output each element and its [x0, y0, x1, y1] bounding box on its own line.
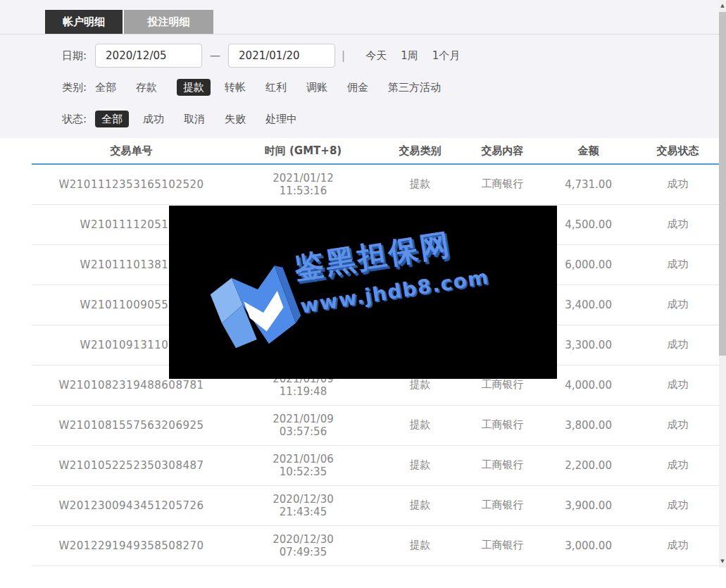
column-header-0: 交易单号 [32, 138, 231, 164]
cell-status: 成功 [637, 164, 719, 204]
cell-time-line: 21:43:45 [231, 506, 375, 518]
category-label: 类别: [62, 81, 87, 94]
cell-type: 提款 [375, 485, 465, 525]
cell-amount: 2,200.00 [540, 445, 637, 485]
status-label: 状态: [62, 113, 87, 126]
tab-underline [0, 34, 719, 35]
date-from-input[interactable]: 2020/12/05 [95, 44, 202, 68]
cell-time-line: 03:57:56 [231, 425, 375, 438]
cell-type: 提款 [375, 164, 465, 204]
cell-amount: 3,900.00 [540, 485, 637, 525]
table-row: W20123009434512057262020/12/3021:43:45提款… [32, 485, 719, 525]
cell-status: 成功 [637, 325, 719, 365]
scrollbar-thumb[interactable] [719, 12, 726, 356]
cell-time-line: 11:53:16 [231, 184, 375, 197]
cell-content: 工商银行 [465, 525, 540, 565]
tab-bet-details[interactable]: 投注明细 [124, 10, 213, 34]
category-option-0[interactable]: 全部 [95, 81, 116, 94]
cell-content: 工商银行 [465, 405, 540, 445]
cell-time-line: 07:49:35 [231, 546, 375, 558]
date-to-input[interactable]: 2021/01/20 [228, 44, 335, 68]
divider-bar: | [342, 49, 345, 62]
quick-link-2[interactable]: 1个月 [432, 49, 461, 62]
cell-date-line: 2021/01/12 [231, 172, 375, 184]
cell-transaction-id: W2101052252350308487 [32, 445, 231, 485]
cell-amount: 3,800.00 [540, 405, 637, 445]
cell-status: 成功 [637, 244, 719, 284]
status-option-1[interactable]: 成功 [143, 113, 164, 125]
quick-link-1[interactable]: 1周 [401, 49, 418, 62]
status-option-0-selected[interactable]: 全部 [95, 111, 129, 127]
column-header-3: 交易内容 [465, 138, 540, 164]
cell-content: 工商银行 [465, 164, 540, 204]
cell-status: 成功 [637, 365, 719, 405]
category-options: 全部存款提款转帐红利调账佣金第三方活动 [95, 81, 461, 94]
table-row: W21010522523503084872021/01/0610:52:35提款… [32, 445, 719, 485]
status-options: 全部成功取消失败处理中 [95, 113, 317, 126]
category-option-6[interactable]: 佣金 [347, 81, 368, 94]
category-option-5[interactable]: 调账 [306, 81, 327, 94]
column-header-4: 金额 [540, 138, 637, 164]
cell-status: 成功 [637, 525, 719, 565]
table-row: W21011123531651025202021/01/1211:53:16提款… [32, 164, 719, 204]
filter-panel: 帐户明细投注明细 日期: 2020/12/05 — 2021/01/20 | 今… [0, 0, 719, 138]
cell-amount: 4,731.00 [540, 164, 637, 204]
status-option-4[interactable]: 处理中 [265, 113, 297, 125]
table-header-row: 交易单号时间 (GMT+8)交易类别交易内容金额交易状态 [32, 138, 719, 164]
category-option-3[interactable]: 转帐 [225, 81, 246, 94]
table-row: W20122919493585082702020/12/3007:49:35提款… [32, 525, 719, 565]
vertical-scrollbar[interactable]: ▲ ▼ [719, 0, 726, 568]
tab-bar: 帐户明细投注明细 [45, 10, 213, 34]
cell-time: 2020/12/3007:49:35 [231, 525, 375, 565]
category-filter-row: 类别: 全部存款提款转帐红利调账佣金第三方活动 [62, 78, 461, 97]
cell-date-line: 2021/01/09 [231, 413, 375, 425]
column-header-5: 交易状态 [637, 138, 719, 164]
cell-status: 成功 [637, 204, 719, 244]
column-header-1: 时间 (GMT+8) [231, 138, 375, 164]
cell-time: 2021/01/0903:57:56 [231, 405, 375, 445]
category-option-2-selected[interactable]: 提款 [177, 79, 211, 96]
scroll-up-icon[interactable]: ▲ [719, 0, 726, 12]
cell-date-line: 2020/12/30 [231, 533, 375, 546]
category-option-1[interactable]: 存款 [136, 81, 157, 94]
cell-status: 成功 [637, 485, 719, 525]
cell-status: 成功 [637, 405, 719, 445]
date-label: 日期: [62, 49, 87, 63]
table-row: W21010815575632069252021/01/0903:57:56提款… [32, 405, 719, 445]
cell-transaction-id: W2101081557563206925 [32, 405, 231, 445]
cell-time: 2021/01/0610:52:35 [231, 445, 375, 485]
cell-time-line: 11:19:48 [231, 385, 375, 398]
date-quick-links: 今天1周1个月 [351, 49, 460, 63]
tab-account-details[interactable]: 帐户明细 [45, 10, 123, 34]
cell-transaction-id: W2101112353165102520 [32, 164, 231, 204]
cell-type: 提款 [375, 405, 465, 445]
cell-status: 成功 [637, 284, 719, 325]
cell-transaction-id: W2012300943451205726 [32, 485, 231, 525]
cell-content: 工商银行 [465, 485, 540, 525]
cell-time-line: 10:52:35 [231, 465, 375, 478]
cell-status: 成功 [637, 445, 719, 485]
status-filter-row: 状态: 全部成功取消失败处理中 [62, 110, 317, 129]
cell-transaction-id: W2012291949358508270 [32, 525, 231, 565]
page-root: 帐户明细投注明细 日期: 2020/12/05 — 2021/01/20 | 今… [0, 0, 726, 588]
column-header-2: 交易类别 [375, 138, 465, 164]
cell-time: 2021/01/1211:53:16 [231, 164, 375, 204]
cell-date-line: 2020/12/30 [231, 493, 375, 506]
cell-date-line: 2021/01/06 [231, 453, 375, 465]
cell-content: 工商银行 [465, 445, 540, 485]
quick-link-0[interactable]: 今天 [365, 49, 387, 62]
date-range-separator: — [210, 49, 220, 62]
date-filter-row: 日期: 2020/12/05 — 2021/01/20 | 今天1周1个月 [62, 44, 460, 68]
cell-time: 2020/12/3021:43:45 [231, 485, 375, 525]
category-option-4[interactable]: 红利 [265, 81, 287, 94]
cell-amount: 3,000.00 [540, 525, 637, 565]
watermark-overlay: 鉴黑担保网 www.jhdb8.com [169, 206, 557, 379]
category-option-7[interactable]: 第三方活动 [388, 81, 441, 94]
cell-type: 提款 [375, 445, 465, 485]
status-option-2[interactable]: 取消 [184, 113, 205, 125]
cell-type: 提款 [375, 525, 465, 565]
scroll-down-icon[interactable]: ▼ [719, 556, 726, 568]
status-option-3[interactable]: 失败 [225, 113, 246, 125]
watermark-text: 鉴黑担保网 www.jhdb8.com [292, 219, 491, 318]
